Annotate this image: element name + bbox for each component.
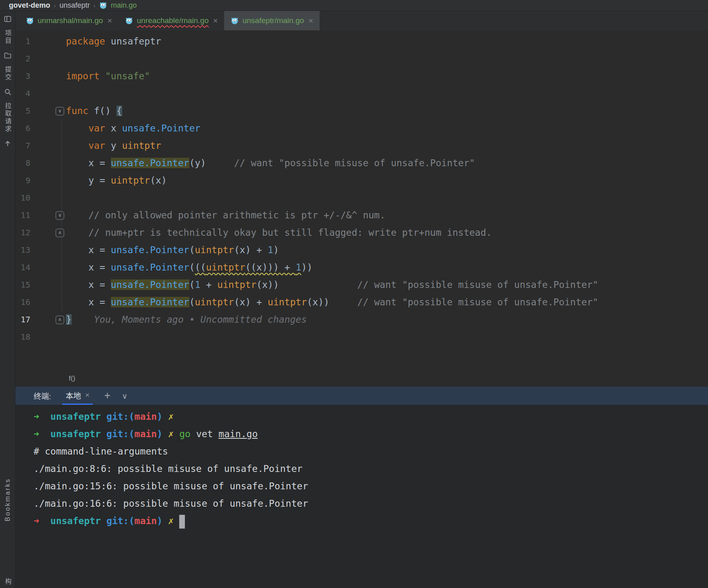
arrow-up-icon[interactable] [4,140,12,148]
close-icon[interactable]: × [108,16,112,25]
breadcrumb-project[interactable]: govet-demo [9,1,50,10]
terminal-line: ./main.go:8:6: possible misuse of unsafe… [34,460,708,478]
line-number: 1 [15,33,30,50]
code-text: x = unsafe.Pointer(y) // want "possible … [66,154,475,172]
stripe-label-build[interactable]: 构 [3,578,13,586]
code-text: x = unsafe.Pointer(1 + uintptr(x)) // wa… [66,276,598,294]
editor-breadcrumb[interactable]: f() [15,370,708,387]
code-text: // only allowed pointer arithmetic is pt… [66,207,385,224]
fold-marker[interactable]: ∧ [55,315,64,324]
terminal-line: ./main.go:15:6: possible misuse of unsaf… [34,478,708,495]
terminal-line: ./main.go:16:6: possible misuse of unsaf… [34,495,708,512]
breadcrumb-function[interactable]: f() [69,374,75,383]
stripe-bottom: Bookmarks构 [3,478,13,586]
gutter [30,50,66,68]
tab-unsafeptr-main-go[interactable]: unsafeptr/main.go× [224,11,320,30]
code-line[interactable]: 13 x = unsafe.Pointer(uintptr(x) + 1) [15,241,708,259]
code-line[interactable]: 10 [15,189,708,207]
gutter: ∨ [30,207,66,224]
code-line[interactable]: 11∨ // only allowed pointer arithmetic i… [15,207,708,224]
line-number: 2 [15,50,30,68]
new-terminal-button[interactable]: + [104,389,110,402]
code-text: x = unsafe.Pointer(uintptr(x) + uintptr(… [66,294,598,311]
code-text: // num+ptr is technically okay but still… [66,224,492,241]
code-line[interactable]: 6 var x unsafe.Pointer [15,120,708,137]
gutter [30,189,66,207]
gutter [30,137,66,154]
code-line[interactable]: 15 x = unsafe.Pointer(1 + uintptr(x)) //… [15,276,708,294]
code-text: package unsafeptr [66,33,161,50]
breadcrumb-directory[interactable]: unsafeptr [59,1,90,10]
code-line[interactable]: 9 y = uintptr(x) [15,172,708,189]
editor[interactable]: 1package unsafeptr23import "unsafe"45∨fu… [15,30,708,387]
tab-label: unreachable/main.go [137,16,208,25]
terminal-cursor [179,515,185,529]
code-line[interactable]: 1package unsafeptr [15,33,708,50]
line-number: 3 [15,68,30,85]
terminal-tab-local[interactable]: 本地 × [62,387,93,405]
code-line[interactable]: 3import "unsafe" [15,68,708,85]
go-file-icon [231,17,239,25]
code-line[interactable]: 7 var y uintptr [15,137,708,154]
gutter [30,120,66,137]
project-icon[interactable] [4,15,12,23]
search-icon[interactable] [4,88,12,96]
terminal-tab-label: 本地 [66,390,81,401]
code-text: import "unsafe" [66,68,150,85]
chevron-separator-icon: › [54,2,56,9]
code-line[interactable]: 5∨func f() { [15,102,708,120]
breadcrumb-file[interactable]: main.go [111,1,137,10]
chevron-separator-icon: › [93,2,95,9]
folder-icon[interactable] [4,51,12,59]
line-number: 14 [15,259,30,276]
gutter: ∨ [30,102,66,120]
stripe-label-project[interactable]: 项目 [3,30,13,45]
stripe-label-pull-requests[interactable]: 拉取请求 [3,102,13,133]
code-line[interactable]: 17∧} You, Moments ago • Uncommitted chan… [15,311,708,328]
code-text: x = unsafe.Pointer(uintptr(x) + 1) [66,241,279,259]
code-line[interactable]: 2 [15,50,708,68]
terminal-output[interactable]: ➜ unsafeptr git:(main) ✗➜ unsafeptr git:… [15,405,708,588]
gutter [30,33,66,50]
gutter [30,154,66,172]
tab-unmarshal-main-go[interactable]: unmarshal/main.go× [19,11,119,30]
go-file-icon [26,17,34,25]
line-number: 12 [15,224,30,241]
gutter: ∧ [30,224,66,241]
code-line[interactable]: 12∧ // num+ptr is technically okay but s… [15,224,708,241]
fold-marker[interactable]: ∨ [55,107,64,116]
code-line[interactable]: 16 x = unsafe.Pointer(uintptr(x) + uintp… [15,294,708,311]
terminal-title: 终端: [34,390,51,401]
line-number: 18 [15,328,30,346]
terminal-line: ➜ unsafeptr git:(main) ✗ [34,512,708,530]
line-number: 7 [15,137,30,154]
code-line[interactable]: 4 [15,85,708,102]
code-text: var y uintptr [66,137,161,154]
code-line[interactable]: 8 x = unsafe.Pointer(y) // want "possibl… [15,154,708,172]
fold-marker[interactable]: ∧ [55,228,64,237]
line-number: 13 [15,241,30,259]
ide-window: govet-demo › unsafeptr › main.go 项目提交拉取请… [0,0,708,588]
code-line[interactable]: 14 x = unsafe.Pointer(((uintptr((x))) + … [15,259,708,276]
gutter [30,294,66,311]
go-file-icon [99,1,107,9]
gutter: ∧ [30,311,66,328]
close-icon[interactable]: × [213,16,218,25]
stripe-label-bookmarks[interactable]: Bookmarks [4,478,11,521]
chevron-down-icon[interactable]: ∨ [122,391,127,400]
close-icon[interactable]: × [309,16,314,25]
line-number: 16 [15,294,30,311]
close-icon[interactable]: × [85,391,89,400]
code-line[interactable]: 18 [15,328,708,346]
gutter [30,241,66,259]
stripe-label-commit[interactable]: 提交 [3,66,13,81]
tab-label: unmarshal/main.go [38,16,103,25]
tab-unreachable-main-go[interactable]: unreachable/main.go× [119,11,224,30]
line-number: 5 [15,102,30,120]
line-number: 9 [15,172,30,189]
code-text: y = uintptr(x) [66,172,167,189]
gutter [30,85,66,102]
fold-marker[interactable]: ∨ [55,211,64,220]
code-lines: 1package unsafeptr23import "unsafe"45∨fu… [15,30,708,346]
line-number: 6 [15,120,30,137]
